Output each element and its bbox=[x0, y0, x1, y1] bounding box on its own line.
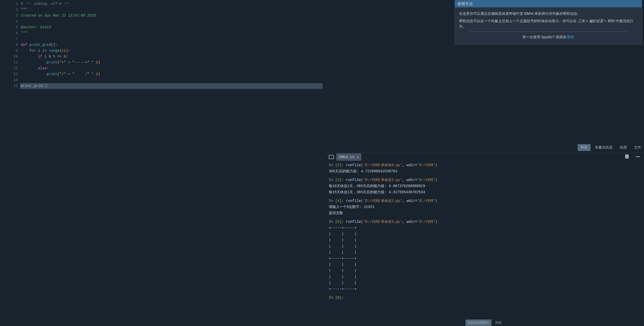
console-tab[interactable]: 控制台 1/A × bbox=[336, 153, 361, 161]
code-line[interactable]: @author: bxk13 bbox=[21, 24, 323, 30]
console-input-line: In [4]: runfile('D:/代码/未命名2.py', wdir='D… bbox=[329, 198, 642, 204]
line-number: 12 bbox=[0, 66, 18, 71]
close-icon[interactable]: × bbox=[357, 155, 359, 159]
line-number: 3 bbox=[0, 13, 18, 19]
code-line[interactable]: if i % 5 == 0: bbox=[21, 54, 323, 60]
console-output-line: +-----+-----+ bbox=[329, 225, 642, 231]
console-output-line: 365天后的能力值: 4.722090542530763 bbox=[329, 168, 642, 174]
code-line[interactable]: def print_grid(): bbox=[21, 42, 323, 48]
console-output-line: | | | bbox=[329, 243, 642, 249]
console-output-line: +-----+-----+ bbox=[329, 286, 642, 292]
code-line[interactable]: print("+" + "-----+" * 2) bbox=[21, 60, 323, 66]
console-input-line: In [3]: runfile('D:/代码/未命名1.py', wdir='D… bbox=[329, 177, 642, 183]
options-icon[interactable] bbox=[636, 156, 640, 157]
help-text-2: 帮助信息可以在一个对象之后加上一个左圆括号的时候自动显示。你可以在 工具 > 偏… bbox=[459, 18, 638, 29]
code-line[interactable]: for i in range(11): bbox=[21, 48, 323, 54]
code-line[interactable]: print("/" + " /" * 2) bbox=[21, 71, 323, 77]
pane-tab-1[interactable]: 变量浏览器 bbox=[592, 144, 615, 151]
pane-tab-2[interactable]: 绘图 bbox=[617, 144, 630, 151]
stop-icon[interactable] bbox=[625, 154, 629, 159]
line-number: 7 bbox=[0, 36, 18, 42]
editor-pane[interactable]: 123456789101112131415 # -*- coding: utf-… bbox=[0, 0, 324, 326]
line-number: 13 bbox=[0, 71, 18, 77]
console-input-line: In [5]: runfile('D:/代码/未命名3.py', wdir='D… bbox=[329, 219, 642, 225]
code-line[interactable]: """ bbox=[21, 7, 323, 13]
pane-tab-0[interactable]: 帮助 bbox=[578, 144, 590, 151]
console-pane: 控制台 1/A × In [2]: runfile('D:/代码/未命名0.py… bbox=[326, 153, 644, 326]
console-output-line: | | | bbox=[329, 280, 642, 286]
console-tab-bar: 控制台 1/A × bbox=[326, 153, 644, 161]
code-line[interactable] bbox=[21, 36, 323, 42]
console-icon bbox=[329, 155, 334, 159]
code-line[interactable] bbox=[21, 77, 323, 83]
code-line[interactable]: # -*- coding: utf-8 -*- bbox=[21, 1, 323, 7]
line-number: 4 bbox=[0, 19, 18, 24]
console-output-line: 是回文数 bbox=[329, 210, 642, 216]
code-line[interactable]: else: bbox=[21, 66, 323, 71]
console-output-line: 请输入一个5位数字: 12321 bbox=[329, 204, 642, 210]
console-output[interactable]: In [2]: runfile('D:/代码/未命名0.py', wdir='D… bbox=[326, 161, 644, 319]
right-pane-tabs: 帮助变量浏览器绘图文件 bbox=[578, 144, 644, 151]
code-editor[interactable]: # -*- coding: utf-8 -*-"""Created on Sun… bbox=[20, 0, 324, 326]
console-bottom-tabs: IPython控制台历史 bbox=[326, 319, 644, 326]
console-output-line: | | | bbox=[329, 231, 642, 237]
help-text-1: 在这里你可以通过在编辑器或者终端中按 Ctrl+I 来获得任何对象的帮助信息。 bbox=[459, 11, 638, 16]
console-output-line: | | | bbox=[329, 268, 642, 274]
line-number: 1 bbox=[0, 1, 18, 7]
console-output-line: 每10天休息1天，365天后的能力值: 4.067370208900929 bbox=[329, 183, 642, 189]
line-number: 6 bbox=[0, 30, 18, 36]
code-line[interactable]: """ bbox=[21, 30, 323, 36]
console-bottom-tab-1[interactable]: 历史 bbox=[493, 320, 504, 326]
tutorial-link[interactable]: 教程 bbox=[567, 35, 574, 39]
pane-tab-3[interactable]: 文件 bbox=[631, 144, 644, 151]
line-number: 15 bbox=[0, 83, 18, 89]
code-line[interactable]: print_grid() bbox=[20, 83, 323, 89]
line-number: 5 bbox=[0, 24, 18, 30]
line-number: 9 bbox=[0, 48, 18, 54]
help-panel-title: 使用方法 bbox=[455, 0, 642, 7]
console-prompt[interactable]: In [6]: bbox=[329, 295, 642, 301]
vertical-splitter[interactable] bbox=[324, 0, 326, 326]
line-number: 2 bbox=[0, 7, 18, 13]
line-number: 10 bbox=[0, 54, 18, 60]
console-output-line: 每15天休息1天，365天后的能力值: 4.317595436702534 bbox=[329, 189, 642, 195]
console-tab-label: 控制台 1/A bbox=[339, 155, 354, 159]
code-line[interactable] bbox=[21, 19, 323, 24]
help-panel: 使用方法 在这里你可以通过在编辑器或者终端中按 Ctrl+I 来获得任何对象的帮… bbox=[455, 0, 642, 45]
console-output-line: | | | bbox=[329, 249, 642, 255]
line-number: 11 bbox=[0, 60, 18, 66]
line-number: 14 bbox=[0, 77, 18, 83]
console-input-line: In [2]: runfile('D:/代码/未命名0.py', wdir='D… bbox=[329, 162, 642, 168]
console-bottom-tab-0[interactable]: IPython控制台 bbox=[466, 320, 491, 326]
line-number-gutter: 123456789101112131415 bbox=[0, 0, 20, 326]
code-line[interactable]: Created on Sun Mar 23 13:07:09 2025 bbox=[21, 13, 323, 19]
console-output-line: | | | bbox=[329, 237, 642, 243]
console-output-line: | | | bbox=[329, 262, 642, 268]
console-output-line: +-----+-----+ bbox=[329, 255, 642, 262]
line-number: 8 bbox=[0, 42, 18, 48]
help-footer: 第一次使用 Spyder? 请阅读 教程 bbox=[459, 34, 638, 42]
console-output-line: | | | bbox=[329, 274, 642, 280]
